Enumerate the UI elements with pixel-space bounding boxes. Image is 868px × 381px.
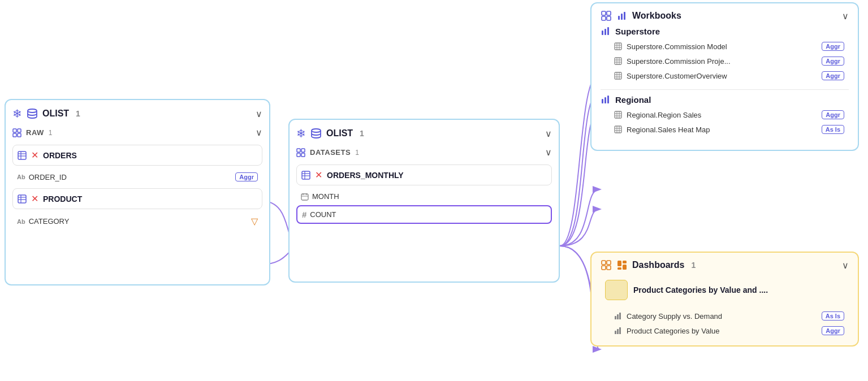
commission-model-badge[interactable]: Aggr xyxy=(822,42,844,51)
commission-model-grid-icon xyxy=(614,42,622,50)
customer-overview-badge[interactable]: Aggr xyxy=(822,71,844,80)
svg-rect-72 xyxy=(615,316,616,319)
product-cross-icon: ✕ xyxy=(31,193,38,204)
product-table-title: PRODUCT xyxy=(43,194,82,204)
commission-model-left: Superstore.Commission Model xyxy=(614,42,727,51)
svg-rect-14 xyxy=(297,149,300,152)
region-sales-grid-icon xyxy=(614,111,622,119)
raw-section-title: RAW xyxy=(26,128,44,137)
left-card-chevron[interactable]: ∨ xyxy=(256,109,262,119)
svg-rect-26 xyxy=(602,11,606,15)
order-id-type-icon: Ab xyxy=(17,174,25,180)
month-field-left: MONTH xyxy=(301,192,339,201)
svg-point-0 xyxy=(28,109,37,112)
svg-rect-76 xyxy=(617,329,619,334)
svg-rect-59 xyxy=(615,126,621,133)
category-supply-badge[interactable]: As Is xyxy=(822,311,844,321)
category-field-name: CATEGORY xyxy=(29,217,70,226)
svg-rect-3 xyxy=(13,133,16,137)
center-card-count: 1 xyxy=(360,129,364,138)
svg-point-13 xyxy=(312,129,321,132)
dashboards-card-count: 1 xyxy=(691,261,696,270)
svg-rect-31 xyxy=(621,14,623,20)
datasets-section-header: DATASETS 1 ∨ xyxy=(296,145,552,160)
orders-monthly-table-item: ✕ ORDERS_MONTHLY xyxy=(296,164,552,185)
superstore-section-header: Superstore xyxy=(601,26,849,36)
svg-rect-75 xyxy=(615,331,616,334)
orders-monthly-table-icon xyxy=(301,171,310,180)
product-categories-bar-icon xyxy=(614,327,622,335)
svg-rect-30 xyxy=(618,16,620,20)
svg-rect-28 xyxy=(602,16,606,20)
svg-rect-51 xyxy=(602,99,603,103)
svg-rect-70 xyxy=(623,265,627,270)
month-calendar-icon xyxy=(301,193,309,201)
product-categories-left: Product Categories by Value xyxy=(614,327,720,335)
workbooks-chart-icon xyxy=(616,10,628,21)
dashboards-header-left: Dashboards 1 xyxy=(601,259,696,271)
svg-rect-27 xyxy=(607,11,611,15)
raw-section-header: RAW 1 ∨ xyxy=(12,125,262,140)
svg-rect-64 xyxy=(602,261,606,265)
left-card-header: ❄ OLIST 1 ∨ xyxy=(12,107,262,120)
dashboards-apps-icon xyxy=(601,259,612,271)
svg-rect-1 xyxy=(13,129,16,132)
svg-rect-46 xyxy=(615,72,621,79)
category-supply-bar-icon xyxy=(614,312,622,320)
commission-proje-name: Superstore.Commission Proje... xyxy=(627,57,731,66)
category-supply-row: Category Supply vs. Demand As Is xyxy=(601,309,849,323)
regional-section: Regional Regional.Region Sales Aggr xyxy=(601,94,849,136)
svg-rect-15 xyxy=(301,149,305,152)
order-id-badge[interactable]: Aggr xyxy=(235,172,258,181)
left-olist-card: ❄ OLIST 1 ∨ RAW 1 ∨ xyxy=(5,99,270,285)
count-field-row: # COUNT xyxy=(296,205,552,224)
commission-proje-badge[interactable]: Aggr xyxy=(822,57,844,66)
month-field-name: MONTH xyxy=(312,192,339,201)
raw-section-chevron[interactable]: ∨ xyxy=(256,127,262,138)
svg-rect-71 xyxy=(617,267,621,270)
workbooks-card: Workbooks ∨ Superstore Sup xyxy=(590,2,859,151)
datasets-section-chevron[interactable]: ∨ xyxy=(545,147,552,158)
svg-rect-53 xyxy=(607,96,609,103)
category-type-icon: Ab xyxy=(17,218,25,225)
workbooks-card-header: Workbooks ∨ xyxy=(601,10,849,21)
svg-rect-73 xyxy=(617,314,619,319)
product-categories-badge[interactable]: Aggr xyxy=(822,326,844,335)
center-card-header: ❄ OLIST 1 ∨ xyxy=(296,127,552,140)
orders-table-title: ORDERS xyxy=(43,151,77,160)
svg-rect-5 xyxy=(18,151,26,159)
svg-rect-41 xyxy=(615,58,621,64)
customer-overview-left: Superstore.CustomerOverview xyxy=(614,72,727,80)
count-field-name: COUNT xyxy=(310,210,336,219)
dashboard-featured-title: Product Categories by Value and .... xyxy=(633,285,768,295)
sales-heatmap-badge[interactable]: As Is xyxy=(822,125,844,134)
dashboards-card-chevron[interactable]: ∨ xyxy=(842,260,849,271)
workbooks-divider xyxy=(601,89,849,90)
workbooks-card-chevron[interactable]: ∨ xyxy=(842,11,849,21)
sales-heatmap-grid-icon xyxy=(614,125,622,133)
category-filter-icon[interactable]: ▽ xyxy=(251,216,258,227)
orders-table-icon xyxy=(18,151,27,160)
dashboard-thumbnail xyxy=(605,280,628,300)
region-sales-row: Regional.Region Sales Aggr xyxy=(601,108,849,122)
datasets-grid-icon xyxy=(296,148,305,157)
commission-proje-left: Superstore.Commission Proje... xyxy=(614,57,731,66)
category-field-row: Ab CATEGORY ▽ xyxy=(12,214,262,229)
category-field-left: Ab CATEGORY xyxy=(17,217,69,226)
grid-icon xyxy=(12,128,21,137)
svg-rect-65 xyxy=(607,261,611,265)
svg-rect-34 xyxy=(604,29,606,35)
svg-rect-9 xyxy=(18,195,26,203)
left-card-count: 1 xyxy=(76,109,80,118)
center-card-chevron[interactable]: ∨ xyxy=(545,128,552,139)
svg-rect-66 xyxy=(602,266,606,270)
svg-rect-74 xyxy=(619,313,621,319)
commission-proje-row: Superstore.Commission Proje... Aggr xyxy=(601,54,849,68)
workbooks-card-title: Workbooks xyxy=(632,11,681,21)
region-sales-badge[interactable]: Aggr xyxy=(822,110,844,119)
raw-section-count: 1 xyxy=(49,129,53,137)
customer-overview-name: Superstore.CustomerOverview xyxy=(627,72,727,80)
svg-rect-36 xyxy=(615,43,621,50)
svg-rect-54 xyxy=(615,111,621,118)
svg-rect-52 xyxy=(604,97,606,103)
